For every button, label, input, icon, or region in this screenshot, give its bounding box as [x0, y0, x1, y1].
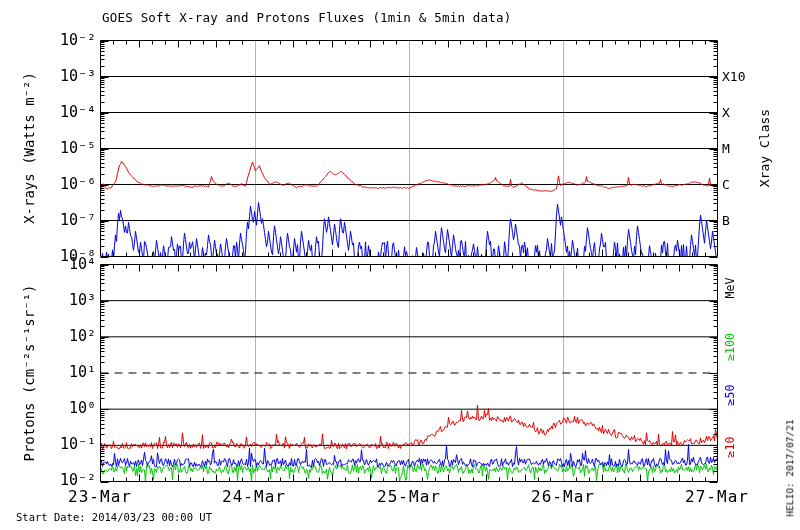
xray-axis-label: X-rays (Watts m⁻²)	[22, 72, 36, 224]
xray-ytick-1e-3: 10⁻³	[34, 69, 96, 84]
goes-flux-figure: GOES Soft X-ray and Protons Fluxes (1min…	[0, 0, 800, 530]
xtick-23mar: 23-Mar	[52, 489, 148, 505]
proton-ytick-1e-2: 10⁻²	[34, 473, 96, 488]
proton-ytick-1e-1: 10⁻¹	[34, 437, 96, 452]
xray-class-axis-label: Xray Class	[758, 109, 771, 187]
xray-ytick-1e-4: 10⁻⁴	[34, 105, 96, 120]
proton-ytick-1e2: 10²	[34, 329, 96, 344]
xray-class-x10: X10	[722, 70, 745, 83]
xray-class-c: C	[722, 178, 730, 191]
start-date-note: Start Date: 2014/03/23 00:00 UT	[16, 512, 212, 523]
xray-ytick-1e-6: 10⁻⁶	[34, 177, 96, 192]
credit-note: HELIO: 2017/07/21	[785, 419, 795, 516]
xtick-27mar: 27-Mar	[669, 489, 765, 505]
proton-channel-ge100: ≥100	[725, 333, 737, 361]
proton-ytick-1e4: 10⁴	[34, 257, 96, 272]
xray-ytick-1e-5: 10⁻⁵	[34, 141, 96, 156]
proton-ytick-1e1: 10¹	[34, 365, 96, 380]
proton-axis-label: Protons (cm⁻²s⁻¹sr⁻¹)	[22, 284, 36, 461]
xray-class-m: M	[722, 142, 730, 155]
xtick-25mar: 25-Mar	[361, 489, 457, 505]
xray-ytick-1e-7: 10⁻⁷	[34, 213, 96, 228]
proton-ytick-1e3: 10³	[34, 293, 96, 308]
chart-title: GOES Soft X-ray and Protons Fluxes (1min…	[102, 12, 511, 25]
xtick-26mar: 26-Mar	[515, 489, 611, 505]
proton-unit-label-mev: MeV	[725, 278, 737, 299]
xray-ytick-1e-2: 10⁻²	[34, 33, 96, 48]
xtick-24mar: 24-Mar	[206, 489, 302, 505]
xray-class-b: B	[722, 214, 730, 227]
proton-ytick-1e0: 10⁰	[34, 401, 96, 416]
xray-class-x: X	[722, 106, 730, 119]
proton-channel-ge50: ≥50	[725, 385, 737, 406]
plot-canvas	[0, 0, 800, 530]
proton-channel-ge10: ≥10	[725, 437, 737, 458]
